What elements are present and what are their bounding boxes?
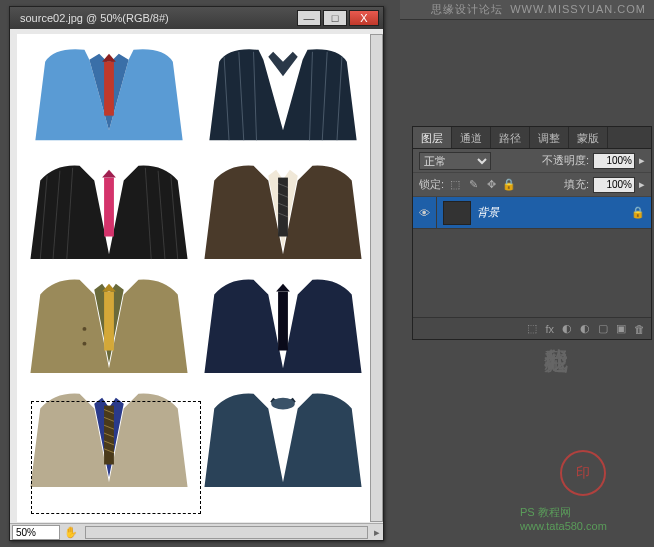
minimize-button[interactable]: — [297, 10, 321, 26]
tab-channels[interactable]: 通道 [452, 127, 491, 148]
svg-rect-19 [104, 292, 114, 351]
svg-point-30 [271, 398, 295, 410]
suit-image [199, 156, 367, 264]
document-window: source02.jpg @ 50%(RGB/8#) — □ X [9, 6, 384, 541]
statusbar: ✋ ▸ [10, 523, 383, 540]
suit-image [25, 384, 193, 492]
mask-icon[interactable]: ◐ [562, 322, 572, 335]
lock-icon: 🔒 [631, 206, 651, 219]
fill-label: 填充: [564, 177, 589, 192]
zoom-input[interactable] [12, 525, 60, 540]
dropdown-icon[interactable]: ▸ [639, 154, 645, 167]
layer-list: 👁 背景 🔒 [413, 197, 651, 317]
document-titlebar[interactable]: source02.jpg @ 50%(RGB/8#) — □ X [10, 7, 383, 29]
tab-adjustments[interactable]: 调整 [530, 127, 569, 148]
lock-all-icon[interactable]: 🔒 [502, 178, 516, 192]
maximize-button[interactable]: □ [323, 10, 347, 26]
folder-icon[interactable]: ▢ [598, 322, 608, 335]
workspace: source02.jpg @ 50%(RGB/8#) — □ X [0, 0, 400, 547]
panel-tabs: 图层 通道 路径 调整 蒙版 [413, 127, 651, 149]
tab-paths[interactable]: 路径 [491, 127, 530, 148]
visibility-icon[interactable]: 👁 [413, 197, 437, 229]
suit-image [25, 156, 193, 264]
lock-pixels-icon[interactable]: ✎ [466, 178, 480, 192]
scroll-arrow-icon[interactable]: ▸ [371, 526, 383, 539]
tab-layers[interactable]: 图层 [413, 127, 452, 148]
svg-rect-14 [278, 178, 288, 237]
suit-grid [17, 34, 375, 500]
document-title: source02.jpg @ 50%(RGB/8#) [14, 12, 297, 24]
svg-rect-22 [278, 292, 288, 351]
adjustment-icon[interactable]: ◐ [580, 322, 590, 335]
stamp-watermark: 印 [560, 450, 606, 496]
suit-image [199, 42, 367, 150]
blend-mode-select[interactable]: 正常 [419, 152, 491, 170]
suit-image [199, 384, 367, 492]
close-button[interactable]: X [349, 10, 379, 26]
new-layer-icon[interactable]: ▣ [616, 322, 626, 335]
watermark-text: 思缘设计论坛 WWW.MISSYUAN.COM [431, 2, 646, 17]
lock-fill-row: 锁定: ⬚ ✎ ✥ 🔒 填充: ▸ [413, 173, 651, 197]
suit-image [25, 42, 193, 150]
fill-input[interactable] [593, 177, 635, 193]
scrollbar-vertical[interactable] [370, 34, 383, 522]
layer-name[interactable]: 背景 [477, 205, 631, 220]
suit-image [199, 270, 367, 378]
panel-footer: ⬚ fx ◐ ◐ ▢ ▣ 🗑 [413, 317, 651, 339]
hand-icon[interactable]: ✋ [60, 526, 82, 539]
opacity-label: 不透明度: [542, 153, 589, 168]
link-layers-icon[interactable]: ⬚ [527, 322, 537, 335]
svg-point-21 [82, 342, 86, 346]
lock-position-icon[interactable]: ✥ [484, 178, 498, 192]
svg-point-20 [82, 327, 86, 331]
tab-masks[interactable]: 蒙版 [569, 127, 608, 148]
canvas[interactable] [17, 34, 375, 522]
site-watermark: PS 教程网 www.tata580.com [520, 505, 607, 534]
layers-panel: 图层 通道 路径 调整 蒙版 正常 不透明度: ▸ 锁定: ⬚ ✎ ✥ 🔒 填充… [412, 126, 652, 340]
layer-thumbnail[interactable] [443, 201, 471, 225]
suit-image [25, 270, 193, 378]
layer-item-background[interactable]: 👁 背景 🔒 [413, 197, 651, 229]
lock-label: 锁定: [419, 177, 444, 192]
opacity-input[interactable] [593, 153, 635, 169]
blend-opacity-row: 正常 不透明度: ▸ [413, 149, 651, 173]
window-buttons: — □ X [297, 10, 379, 26]
lock-transparent-icon[interactable]: ⬚ [448, 178, 462, 192]
svg-rect-13 [104, 178, 114, 237]
svg-rect-0 [104, 62, 114, 116]
scrollbar-horizontal[interactable] [85, 526, 368, 539]
dropdown-icon[interactable]: ▸ [639, 178, 645, 191]
trash-icon[interactable]: 🗑 [634, 323, 645, 335]
lock-icons: ⬚ ✎ ✥ 🔒 [448, 178, 516, 192]
fx-icon[interactable]: fx [545, 323, 554, 335]
